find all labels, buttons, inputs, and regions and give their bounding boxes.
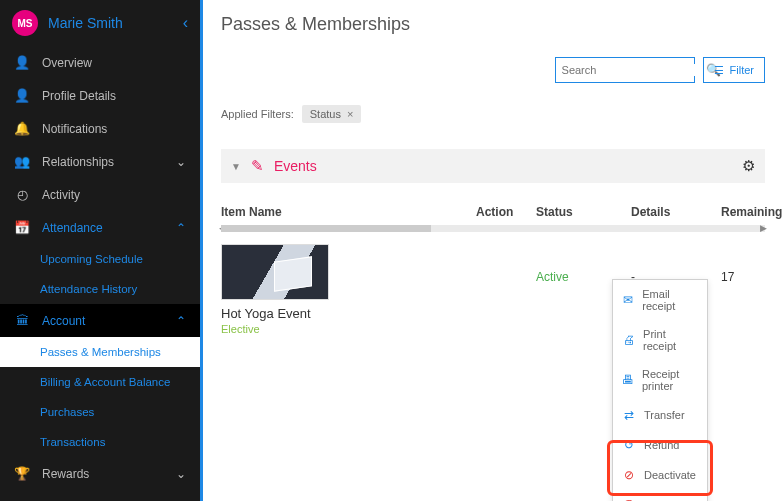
search-input[interactable] <box>556 64 706 76</box>
gear-icon[interactable]: ⚙ <box>742 157 755 175</box>
dd-label: Refund <box>644 439 679 451</box>
scroll-thumb[interactable] <box>221 225 431 232</box>
sidebar-item-activity[interactable]: ◴ Activity <box>0 178 200 211</box>
sidebar-item-passes-memberships[interactable]: Passes & Memberships <box>0 337 200 367</box>
col-header-details[interactable]: Details <box>631 205 721 219</box>
dd-cancel[interactable]: ⓧ Cancel <box>613 490 707 501</box>
dd-label: Print receipt <box>643 328 698 352</box>
close-icon[interactable]: × <box>347 108 353 120</box>
sidebar-item-relationships[interactable]: 👥 Relationships ⌄ <box>0 145 200 178</box>
activity-icon: ◴ <box>14 187 30 202</box>
filter-button[interactable]: ☰ Filter <box>703 57 765 83</box>
sidebar-item-upcoming-schedule[interactable]: Upcoming Schedule <box>0 244 200 274</box>
sidebar-item-account[interactable]: 🏛 Account ⌃ <box>0 304 200 337</box>
bank-icon: 🏛 <box>14 313 30 328</box>
events-section-header: ▼ ✎ Events ⚙ <box>221 149 765 183</box>
sidebar-item-transactions[interactable]: Transactions <box>0 427 200 457</box>
user-name[interactable]: Marie Smith <box>48 15 173 31</box>
mail-icon: ✉ <box>622 293 634 307</box>
user-icon: 👤 <box>14 55 30 70</box>
events-label: Events <box>274 158 732 174</box>
refund-icon: ↺ <box>622 438 636 452</box>
chip-label: Status <box>310 108 341 120</box>
toolbar: 🔍 ☰ Filter <box>221 57 765 83</box>
search-box: 🔍 <box>555 57 695 83</box>
edit-icon[interactable]: ✎ <box>251 157 264 175</box>
nav-label: Overview <box>42 56 186 70</box>
applied-filters-label: Applied Filters: <box>221 108 294 120</box>
ban-icon: ⊘ <box>622 468 636 482</box>
trophy-icon: 🏆 <box>14 466 30 481</box>
sidebar-item-profile-details[interactable]: 👤 Profile Details <box>0 79 200 112</box>
main-content: Passes & Memberships 🔍 ☰ Filter Applied … <box>200 0 783 501</box>
details-cell: - <box>631 244 721 284</box>
nav-label: Profile Details <box>42 89 186 103</box>
collapse-triangle-icon[interactable]: ▼ <box>231 161 241 172</box>
item-title[interactable]: Hot Yoga Event <box>221 306 476 321</box>
nav-label: Activity <box>42 188 186 202</box>
sidebar-item-attendance-history[interactable]: Attendance History <box>0 274 200 304</box>
col-header-action[interactable]: Action <box>476 205 536 219</box>
dd-label: Email receipt <box>642 288 698 312</box>
dd-deactivate[interactable]: ⊘ Deactivate <box>613 460 707 490</box>
applied-filters: Applied Filters: Status × <box>221 105 765 123</box>
sidebar-item-purchases[interactable]: Purchases <box>0 397 200 427</box>
people-icon: 👥 <box>14 154 30 169</box>
item-thumbnail[interactable] <box>221 244 329 300</box>
scroll-right-icon[interactable]: ▶ <box>760 223 767 233</box>
dd-print-receipt[interactable]: 🖨 Print receipt <box>613 320 707 360</box>
print-icon: 🖨 <box>622 333 635 347</box>
chevron-down-icon: ⌄ <box>176 155 186 169</box>
sidebar-item-attendance[interactable]: 📅 Attendance ⌃ <box>0 211 200 244</box>
filter-chip-status: Status × <box>302 105 362 123</box>
bell-icon: 🔔 <box>14 121 30 136</box>
filter-label: Filter <box>730 64 754 76</box>
col-header-status[interactable]: Status <box>536 205 631 219</box>
dd-label: Deactivate <box>644 469 696 481</box>
nav-label: Relationships <box>42 155 164 169</box>
sidebar: MS Marie Smith ‹ 👤 Overview 👤 Profile De… <box>0 0 200 501</box>
avatar[interactable]: MS <box>12 10 38 36</box>
sliders-icon: ☰ <box>714 64 724 77</box>
col-header-item[interactable]: Item Name <box>221 205 476 219</box>
item-subtitle: Elective <box>221 323 476 335</box>
printer-icon: 🖶 <box>622 373 634 387</box>
action-dropdown: ✉ Email receipt 🖨 Print receipt 🖶 Receip… <box>612 279 708 501</box>
dd-email-receipt[interactable]: ✉ Email receipt <box>613 280 707 320</box>
page-title: Passes & Memberships <box>221 14 765 35</box>
dd-transfer[interactable]: ⇄ Transfer <box>613 400 707 430</box>
nav-label: Attendance <box>42 221 164 235</box>
chevron-up-icon: ⌃ <box>176 221 186 235</box>
sidebar-item-overview[interactable]: 👤 Overview <box>0 46 200 79</box>
dd-receipt-printer[interactable]: 🖶 Receipt printer <box>613 360 707 400</box>
calendar-icon: 📅 <box>14 220 30 235</box>
remaining-cell: 17 <box>721 244 781 284</box>
dd-refund[interactable]: ↺ Refund <box>613 430 707 460</box>
sidebar-item-notifications[interactable]: 🔔 Notifications <box>0 112 200 145</box>
sidebar-item-rewards[interactable]: 🏆 Rewards ⌄ <box>0 457 200 490</box>
dd-label: Receipt printer <box>642 368 698 392</box>
collapse-sidebar-icon[interactable]: ‹ <box>183 14 188 32</box>
item-cell: Hot Yoga Event Elective <box>221 244 476 335</box>
col-header-remaining[interactable]: Remaining <box>721 205 782 219</box>
nav-label: Notifications <box>42 122 186 136</box>
nav-label: Account <box>42 314 164 328</box>
table-header-row: Item Name Action Status Details Remainin… <box>221 199 765 225</box>
sidebar-header: MS Marie Smith ‹ <box>0 0 200 46</box>
sidebar-item-billing[interactable]: Billing & Account Balance <box>0 367 200 397</box>
sidebar-item-contact-history[interactable]: ✉ Contact History <box>0 490 200 501</box>
status-cell: Active <box>536 244 631 284</box>
chevron-down-icon: ⌄ <box>176 467 186 481</box>
transfer-icon: ⇄ <box>622 408 636 422</box>
chevron-up-icon: ⌃ <box>176 314 186 328</box>
dd-label: Transfer <box>644 409 685 421</box>
horizontal-scrollbar[interactable]: ◀ ▶ <box>221 225 765 232</box>
nav-label: Rewards <box>42 467 164 481</box>
profile-icon: 👤 <box>14 88 30 103</box>
